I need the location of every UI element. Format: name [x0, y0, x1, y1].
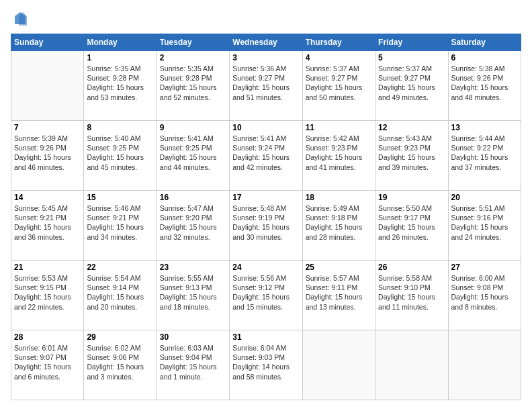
- calendar-cell: 5Sunrise: 5:37 AM Sunset: 9:27 PM Daylig…: [375, 51, 448, 121]
- cell-content: Sunrise: 5:48 AM Sunset: 9:19 PM Dayligh…: [232, 203, 299, 242]
- cell-content: Sunrise: 5:56 AM Sunset: 9:12 PM Dayligh…: [232, 273, 299, 312]
- cell-content: Sunrise: 5:39 AM Sunset: 9:26 PM Dayligh…: [14, 134, 81, 172]
- weekday-row: SundayMondayTuesdayWednesdayThursdayFrid…: [11, 34, 521, 51]
- calendar-cell: 26Sunrise: 5:58 AM Sunset: 9:10 PM Dayli…: [375, 261, 448, 330]
- calendar-cell: 17Sunrise: 5:48 AM Sunset: 9:19 PM Dayli…: [230, 191, 302, 261]
- cell-content: Sunrise: 5:58 AM Sunset: 9:10 PM Dayligh…: [378, 273, 445, 312]
- logo: [11, 11, 28, 27]
- day-number: 23: [160, 263, 226, 272]
- calendar-cell: 18Sunrise: 5:49 AM Sunset: 9:18 PM Dayli…: [302, 191, 375, 261]
- calendar-cell: 20Sunrise: 5:51 AM Sunset: 9:16 PM Dayli…: [448, 191, 521, 261]
- calendar-cell: 1Sunrise: 5:35 AM Sunset: 9:28 PM Daylig…: [84, 51, 157, 121]
- cell-content: Sunrise: 5:49 AM Sunset: 9:18 PM Dayligh…: [306, 203, 372, 242]
- calendar-cell: 13Sunrise: 5:44 AM Sunset: 9:22 PM Dayli…: [448, 121, 521, 191]
- calendar-cell: [11, 51, 84, 121]
- calendar-cell: 9Sunrise: 5:41 AM Sunset: 9:25 PM Daylig…: [157, 121, 229, 191]
- cell-content: Sunrise: 5:42 AM Sunset: 9:23 PM Dayligh…: [306, 134, 372, 172]
- calendar-cell: 10Sunrise: 5:41 AM Sunset: 9:24 PM Dayli…: [230, 121, 302, 191]
- day-number: 17: [232, 193, 299, 202]
- cell-content: Sunrise: 5:41 AM Sunset: 9:24 PM Dayligh…: [232, 134, 299, 172]
- week-row-3: 21Sunrise: 5:53 AM Sunset: 9:15 PM Dayli…: [11, 261, 521, 330]
- cell-content: Sunrise: 5:44 AM Sunset: 9:22 PM Dayligh…: [451, 134, 518, 172]
- calendar-cell: [448, 330, 521, 400]
- calendar-cell: 23Sunrise: 5:55 AM Sunset: 9:13 PM Dayli…: [157, 261, 229, 330]
- calendar-cell: 14Sunrise: 5:45 AM Sunset: 9:21 PM Dayli…: [11, 191, 84, 261]
- cell-content: Sunrise: 5:35 AM Sunset: 9:28 PM Dayligh…: [160, 64, 226, 102]
- calendar-cell: 27Sunrise: 6:00 AM Sunset: 9:08 PM Dayli…: [448, 261, 521, 330]
- day-number: 26: [378, 263, 445, 272]
- day-number: 12: [378, 123, 445, 132]
- calendar-cell: [302, 330, 375, 400]
- calendar-cell: 19Sunrise: 5:50 AM Sunset: 9:17 PM Dayli…: [375, 191, 448, 261]
- week-row-2: 14Sunrise: 5:45 AM Sunset: 9:21 PM Dayli…: [11, 191, 521, 261]
- day-number: 22: [87, 263, 153, 272]
- calendar-cell: 24Sunrise: 5:56 AM Sunset: 9:12 PM Dayli…: [230, 261, 302, 330]
- calendar-cell: 3Sunrise: 5:36 AM Sunset: 9:27 PM Daylig…: [230, 51, 302, 121]
- cell-content: Sunrise: 5:41 AM Sunset: 9:25 PM Dayligh…: [160, 134, 226, 172]
- calendar-cell: 4Sunrise: 5:37 AM Sunset: 9:27 PM Daylig…: [302, 51, 375, 121]
- cell-content: Sunrise: 6:03 AM Sunset: 9:04 PM Dayligh…: [160, 343, 226, 381]
- calendar-cell: 29Sunrise: 6:02 AM Sunset: 9:06 PM Dayli…: [84, 330, 157, 400]
- day-number: 30: [160, 332, 226, 342]
- cell-content: Sunrise: 5:57 AM Sunset: 9:11 PM Dayligh…: [306, 273, 372, 312]
- logo-icon: [12, 11, 28, 27]
- cell-content: Sunrise: 5:37 AM Sunset: 9:27 PM Dayligh…: [378, 64, 445, 102]
- cell-content: Sunrise: 5:43 AM Sunset: 9:23 PM Dayligh…: [378, 134, 445, 172]
- day-number: 13: [451, 123, 518, 132]
- weekday-header-monday: Monday: [84, 34, 157, 51]
- calendar-cell: 22Sunrise: 5:54 AM Sunset: 9:14 PM Dayli…: [84, 261, 157, 330]
- cell-content: Sunrise: 6:02 AM Sunset: 9:06 PM Dayligh…: [87, 343, 153, 381]
- cell-content: Sunrise: 5:46 AM Sunset: 9:21 PM Dayligh…: [87, 203, 153, 242]
- day-number: 6: [451, 53, 518, 62]
- day-number: 5: [378, 53, 445, 62]
- weekday-header-saturday: Saturday: [448, 34, 521, 51]
- calendar-cell: 6Sunrise: 5:38 AM Sunset: 9:26 PM Daylig…: [448, 51, 521, 121]
- week-row-0: 1Sunrise: 5:35 AM Sunset: 9:28 PM Daylig…: [11, 51, 521, 121]
- cell-content: Sunrise: 5:47 AM Sunset: 9:20 PM Dayligh…: [160, 203, 226, 242]
- cell-content: Sunrise: 5:40 AM Sunset: 9:25 PM Dayligh…: [87, 134, 153, 172]
- calendar-cell: 21Sunrise: 5:53 AM Sunset: 9:15 PM Dayli…: [11, 261, 84, 330]
- day-number: 10: [232, 123, 299, 132]
- weekday-header-thursday: Thursday: [302, 34, 375, 51]
- day-number: 3: [232, 53, 299, 62]
- weekday-header-tuesday: Tuesday: [157, 34, 229, 51]
- weekday-header-sunday: Sunday: [11, 34, 84, 51]
- day-number: 19: [378, 193, 445, 202]
- calendar-cell: 11Sunrise: 5:42 AM Sunset: 9:23 PM Dayli…: [302, 121, 375, 191]
- day-number: 11: [306, 123, 372, 132]
- day-number: 25: [306, 263, 372, 272]
- cell-content: Sunrise: 5:45 AM Sunset: 9:21 PM Dayligh…: [14, 203, 81, 242]
- day-number: 1: [87, 53, 153, 62]
- page: SundayMondayTuesdayWednesdayThursdayFrid…: [0, 0, 532, 411]
- day-number: 31: [232, 332, 299, 342]
- calendar-cell: 15Sunrise: 5:46 AM Sunset: 9:21 PM Dayli…: [84, 191, 157, 261]
- day-number: 14: [14, 193, 81, 202]
- cell-content: Sunrise: 6:04 AM Sunset: 9:03 PM Dayligh…: [232, 343, 299, 381]
- day-number: 9: [160, 123, 226, 132]
- calendar-cell: 28Sunrise: 6:01 AM Sunset: 9:07 PM Dayli…: [11, 330, 84, 400]
- calendar: SundayMondayTuesdayWednesdayThursdayFrid…: [11, 34, 521, 400]
- day-number: 20: [451, 193, 518, 202]
- cell-content: Sunrise: 5:50 AM Sunset: 9:17 PM Dayligh…: [378, 203, 445, 242]
- day-number: 16: [160, 193, 226, 202]
- day-number: 21: [14, 263, 81, 272]
- cell-content: Sunrise: 5:55 AM Sunset: 9:13 PM Dayligh…: [160, 273, 226, 312]
- calendar-cell: 16Sunrise: 5:47 AM Sunset: 9:20 PM Dayli…: [157, 191, 229, 261]
- weekday-header-wednesday: Wednesday: [230, 34, 302, 51]
- day-number: 28: [14, 332, 81, 342]
- header: [11, 11, 521, 27]
- week-row-1: 7Sunrise: 5:39 AM Sunset: 9:26 PM Daylig…: [11, 121, 521, 191]
- day-number: 29: [87, 332, 153, 342]
- cell-content: Sunrise: 5:53 AM Sunset: 9:15 PM Dayligh…: [14, 273, 81, 312]
- day-number: 4: [306, 53, 372, 62]
- weekday-header-friday: Friday: [375, 34, 448, 51]
- day-number: 7: [14, 123, 81, 132]
- day-number: 27: [451, 263, 518, 272]
- week-row-4: 28Sunrise: 6:01 AM Sunset: 9:07 PM Dayli…: [11, 330, 521, 400]
- cell-content: Sunrise: 5:36 AM Sunset: 9:27 PM Dayligh…: [232, 64, 299, 102]
- calendar-cell: 25Sunrise: 5:57 AM Sunset: 9:11 PM Dayli…: [302, 261, 375, 330]
- cell-content: Sunrise: 5:37 AM Sunset: 9:27 PM Dayligh…: [306, 64, 372, 102]
- cell-content: Sunrise: 5:35 AM Sunset: 9:28 PM Dayligh…: [87, 64, 153, 102]
- cell-content: Sunrise: 6:01 AM Sunset: 9:07 PM Dayligh…: [14, 343, 81, 381]
- calendar-header: SundayMondayTuesdayWednesdayThursdayFrid…: [11, 34, 521, 51]
